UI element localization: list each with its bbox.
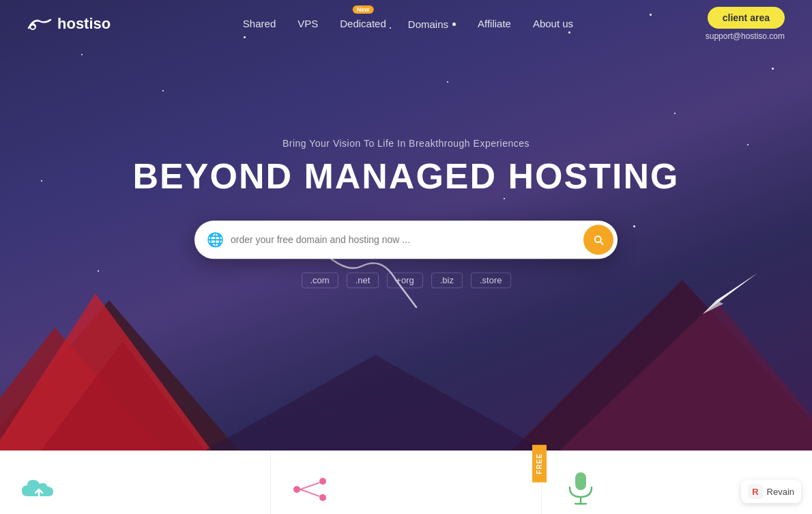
nav-dedicated[interactable]: Dedicated bbox=[340, 18, 386, 29]
svg-point-11 bbox=[319, 478, 326, 485]
search-icon bbox=[592, 233, 605, 246]
domain-tag-org[interactable]: +org bbox=[387, 272, 422, 288]
svg-marker-8 bbox=[703, 300, 723, 314]
domain-tags: .com .net +org .biz .store bbox=[27, 272, 785, 288]
nav-domains[interactable]: Domains bbox=[408, 18, 456, 30]
nav-right: client area support@hostiso.com bbox=[706, 7, 785, 41]
svg-text:R: R bbox=[752, 487, 759, 497]
new-badge: New bbox=[353, 5, 374, 14]
revain-label: Revain bbox=[767, 487, 794, 497]
security-icon bbox=[291, 471, 328, 508]
fast-icon bbox=[20, 471, 57, 508]
domain-tag-net[interactable]: .net bbox=[347, 272, 379, 288]
svg-line-14 bbox=[300, 489, 319, 496]
card-fast: Extremely Fast bbox=[0, 451, 271, 514]
domain-search-input[interactable] bbox=[231, 234, 583, 245]
revain-badge: R Revain bbox=[741, 480, 801, 503]
navbar: hostiso Shared VPS New Dedicated Domains… bbox=[0, 0, 812, 48]
svg-rect-15 bbox=[575, 472, 586, 490]
nav-shared[interactable]: Shared bbox=[243, 18, 276, 29]
hero-title: BEYOND MANAGED HOSTING bbox=[27, 157, 785, 196]
hero-content: Bring Your Vision To Life In Breakthroug… bbox=[0, 138, 812, 288]
nav-links: Shared VPS New Dedicated Domains Affilia… bbox=[243, 18, 573, 30]
feature-cards: Extremely Fast FREE Security-first minds… bbox=[0, 451, 812, 514]
domain-tag-biz[interactable]: .biz bbox=[431, 272, 463, 288]
nav-affiliate[interactable]: Affiliate bbox=[478, 18, 511, 29]
revain-icon: R bbox=[748, 484, 763, 499]
nav-about[interactable]: About us bbox=[533, 18, 573, 29]
svg-point-12 bbox=[319, 494, 326, 501]
domain-tag-store[interactable]: .store bbox=[471, 272, 511, 288]
hero-section: hostiso Shared VPS New Dedicated Domains… bbox=[0, 0, 812, 451]
free-badge: FREE bbox=[532, 445, 547, 483]
card-security: FREE Security-first mindset bbox=[271, 451, 542, 514]
logo-text: hostiso bbox=[57, 15, 111, 33]
search-container: 🌐 bbox=[194, 220, 618, 259]
search-box: 🌐 bbox=[194, 220, 618, 259]
logo-icon bbox=[27, 16, 52, 32]
technical-icon bbox=[562, 471, 599, 508]
nav-vps[interactable]: VPS bbox=[298, 18, 318, 29]
domains-dropdown-dot bbox=[452, 23, 456, 26]
client-area-button[interactable]: client area bbox=[708, 7, 785, 29]
search-button[interactable] bbox=[583, 225, 613, 255]
logo-link[interactable]: hostiso bbox=[27, 15, 111, 33]
support-email: support@hostiso.com bbox=[706, 31, 785, 41]
domain-tag-com[interactable]: .com bbox=[302, 272, 338, 288]
svg-line-13 bbox=[300, 483, 319, 489]
svg-marker-6 bbox=[205, 355, 546, 451]
globe-icon: 🌐 bbox=[207, 231, 224, 248]
svg-point-10 bbox=[293, 486, 300, 493]
hero-subtitle: Bring Your Vision To Life In Breakthroug… bbox=[27, 138, 785, 149]
